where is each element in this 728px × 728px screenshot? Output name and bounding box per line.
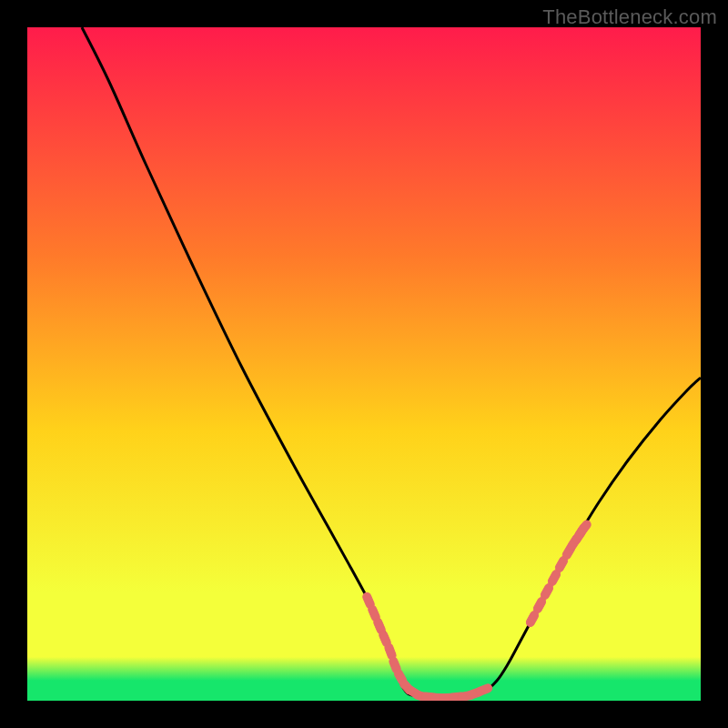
chart-area	[27, 27, 701, 701]
bottleneck-chart	[27, 27, 701, 701]
watermark-text: TheBottleneck.com	[542, 5, 717, 29]
